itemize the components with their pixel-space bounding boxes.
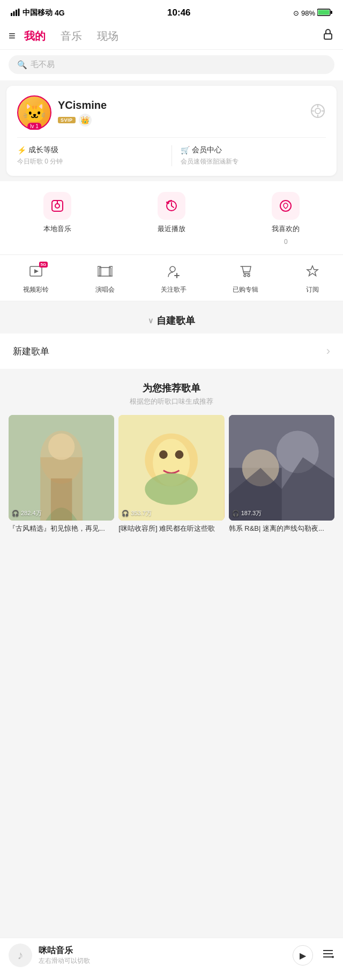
svg-rect-34 — [51, 478, 72, 521]
playlist-title-3: 韩系 R&B| 迷离的声线勾勒夜... — [229, 524, 334, 533]
svg-rect-7 — [324, 34, 332, 39]
playlist-card-1[interactable]: 🎧 282.4万 『古风精选』初见惊艳，再见... — [9, 415, 114, 534]
purchased-icon — [238, 264, 253, 282]
recent-label: 最近播放 — [158, 224, 185, 234]
headphone-icon-2: 🎧 — [122, 510, 129, 517]
playlist-count-1: 🎧 282.4万 — [12, 509, 42, 517]
svg-rect-0 — [11, 13, 12, 16]
profile-left: 🐱 lv 1 YCismine SVIP 👑 — [17, 95, 107, 130]
playlist-title-2: [咪咕收容所] 难民都在听这些歌 — [118, 524, 224, 533]
new-playlist-row[interactable]: 新建歌单 › — [0, 333, 343, 369]
quick-action-local-music[interactable]: 本地音乐 — [43, 192, 71, 246]
profile-settings-icon[interactable] — [310, 103, 326, 123]
svg-point-49 — [332, 956, 334, 958]
svg-point-15 — [55, 204, 59, 208]
menu-item-concert[interactable]: 演唱会 — [95, 264, 115, 294]
playlist-icon[interactable] — [322, 947, 334, 963]
menu-item-video-ringtone[interactable]: 5G 视频彩铃 — [23, 264, 49, 294]
nav-right — [322, 28, 334, 44]
svg-point-40 — [145, 473, 198, 505]
status-bar: 中国移动 4G 10:46 ⊙ 98% — [0, 0, 343, 24]
profile-card: 🐱 lv 1 YCismine SVIP 👑 ⚡ 成长等级 今日听歌 0 分钟 — [6, 86, 337, 176]
tab-my[interactable]: 我的 — [24, 29, 46, 43]
playlist-count-3: 🎧 187.3万 — [232, 509, 262, 517]
favorites-icon — [272, 192, 300, 220]
svg-point-27 — [244, 274, 246, 277]
profile-divider — [17, 137, 326, 138]
recommended-title: 为您推荐歌单 — [0, 382, 343, 395]
svg-point-38 — [159, 450, 168, 459]
video-ringtone-label: 视频彩铃 — [23, 285, 49, 294]
headphone-icon-3: 🎧 — [232, 510, 240, 517]
svg-marker-20 — [34, 269, 39, 273]
svg-point-18 — [280, 201, 291, 211]
play-icon: ▶ — [300, 951, 306, 961]
member-sub: 会员速领张韶涵新专 — [181, 157, 326, 166]
mini-player-title: 咪咕音乐 — [39, 945, 286, 956]
playlist-cover-3: 🎧 187.3万 — [229, 415, 334, 521]
video-ringtone-icon: 5G — [28, 264, 43, 282]
mini-player: ♪ 咪咕音乐 左右滑动可以切歌 ▶ — [0, 938, 343, 980]
avatar-wrap[interactable]: 🐱 lv 1 — [17, 95, 51, 130]
playlist-card-2[interactable]: 🎧 353.7万 [咪咕收容所] 难民都在听这些歌 — [118, 415, 224, 534]
stat-divider — [172, 145, 172, 166]
collapse-arrow-icon[interactable]: ∨ — [148, 316, 153, 325]
subscribe-icon — [305, 264, 320, 282]
mini-play-button[interactable]: ▶ — [293, 945, 313, 966]
new-playlist-arrow-icon: › — [326, 344, 330, 358]
carrier-info: 中国移动 4G — [11, 8, 65, 18]
playlist-title-1: 『古风精选』初见惊艳，再见... — [9, 524, 114, 533]
quick-action-favorites[interactable]: 我喜欢的 0 — [272, 192, 300, 246]
section-title-self-built: ∨ 自建歌单 — [148, 314, 195, 327]
subscribe-label: 订阅 — [306, 285, 319, 294]
growth-stat[interactable]: ⚡ 成长等级 今日听歌 0 分钟 — [17, 145, 163, 166]
playlist-card-3[interactable]: 🎧 187.3万 韩系 R&B| 迷离的声线勾勒夜... — [229, 415, 334, 534]
lock-icon[interactable] — [322, 30, 334, 43]
menu-icon[interactable]: ≡ — [9, 29, 16, 43]
mini-player-info: 咪咕音乐 左右滑动可以切歌 — [39, 945, 286, 966]
mini-player-avatar: ♪ — [9, 944, 32, 967]
mini-player-subtitle: 左右滑动可以切歌 — [39, 956, 286, 966]
svg-rect-5 — [318, 10, 329, 14]
avatar-emoji: 🐱 — [23, 101, 47, 124]
svg-point-39 — [175, 450, 184, 459]
follow-artist-icon — [166, 264, 181, 282]
status-time: 10:46 — [167, 8, 190, 18]
headphone-icon-1: 🎧 — [12, 510, 19, 517]
search-bar[interactable]: 🔍 毛不易 — [9, 55, 334, 74]
svg-rect-6 — [331, 11, 332, 14]
tab-music[interactable]: 音乐 — [61, 29, 82, 43]
growth-icon: ⚡ — [17, 146, 26, 154]
profile-name-block: YCismine SVIP 👑 — [58, 99, 107, 127]
member-icon: 🛒 — [181, 146, 190, 154]
status-right: ⊙ 98% — [293, 9, 332, 18]
svg-point-9 — [315, 108, 320, 114]
member-stat[interactable]: 🛒 会员中心 会员速领张韶涵新专 — [181, 145, 326, 166]
menu-item-subscribe[interactable]: 订阅 — [305, 264, 320, 294]
local-music-icon — [43, 192, 71, 220]
svg-rect-3 — [18, 9, 20, 16]
profile-top: 🐱 lv 1 YCismine SVIP 👑 — [17, 95, 326, 130]
carrier-label: 中国移动 — [23, 8, 53, 18]
menu-item-follow-artist[interactable]: 关注歌手 — [161, 264, 187, 294]
local-music-label: 本地音乐 — [43, 224, 71, 234]
recommended-section: 为您推荐歌单 根据您的听歌口味生成推荐 🎧 282.4万 『古风 — [0, 369, 343, 534]
network-label: 4G — [55, 9, 65, 17]
purchased-label: 已购专辑 — [233, 285, 258, 294]
signal-icon — [11, 9, 20, 18]
tab-live[interactable]: 现场 — [97, 29, 118, 43]
growth-sub: 今日听歌 0 分钟 — [17, 157, 163, 166]
mini-player-controls: ▶ — [293, 945, 334, 966]
svg-rect-1 — [13, 11, 15, 16]
avatar-level: lv 1 — [27, 123, 41, 130]
self-built-section-header: ∨ 自建歌单 — [0, 301, 343, 333]
quick-action-recent[interactable]: 最近播放 — [158, 192, 185, 246]
favorites-label: 我喜欢的 — [272, 224, 300, 234]
nav-tabs: 我的 音乐 现场 — [24, 29, 322, 43]
playlist-cards: 🎧 282.4万 『古风精选』初见惊艳，再见... — [0, 415, 343, 534]
battery-icon — [317, 9, 332, 18]
playlist-cover-1: 🎧 282.4万 — [9, 415, 114, 521]
concert-label: 演唱会 — [95, 285, 115, 294]
search-icon: 🔍 — [17, 60, 27, 70]
menu-item-purchased[interactable]: 已购专辑 — [233, 264, 258, 294]
